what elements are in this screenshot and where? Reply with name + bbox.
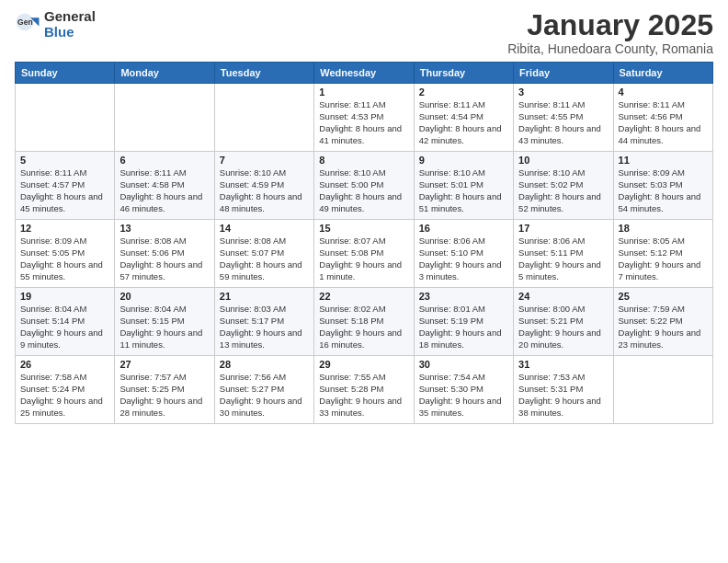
weekday-header-wednesday: Wednesday bbox=[314, 63, 414, 84]
cell-info: Sunrise: 8:03 AMSunset: 5:17 PMDaylight:… bbox=[220, 304, 309, 350]
cell-day-number: 23 bbox=[419, 291, 508, 302]
calendar-cell: 9Sunrise: 8:10 AMSunset: 5:01 PMDaylight… bbox=[414, 152, 513, 220]
cell-info: Sunrise: 8:06 AMSunset: 5:10 PMDaylight:… bbox=[419, 236, 508, 282]
cell-day-number: 7 bbox=[220, 155, 309, 166]
calendar-cell: 8Sunrise: 8:10 AMSunset: 5:00 PMDaylight… bbox=[314, 152, 414, 220]
title-month: January 2025 bbox=[507, 9, 713, 41]
cell-day-number: 11 bbox=[619, 155, 708, 166]
logo-blue: Blue bbox=[44, 25, 96, 40]
calendar-cell: 22Sunrise: 8:02 AMSunset: 5:18 PMDayligh… bbox=[314, 288, 414, 356]
cell-info: Sunrise: 8:09 AMSunset: 5:05 PMDaylight:… bbox=[20, 236, 109, 282]
calendar-table: SundayMondayTuesdayWednesdayThursdayFrid… bbox=[15, 62, 713, 424]
cell-info: Sunrise: 7:59 AMSunset: 5:22 PMDaylight:… bbox=[619, 304, 708, 350]
cell-day-number: 5 bbox=[20, 155, 109, 166]
calendar-cell: 3Sunrise: 8:11 AMSunset: 4:55 PMDaylight… bbox=[514, 84, 613, 152]
logo-general: General bbox=[44, 9, 96, 25]
cell-day-number: 27 bbox=[119, 359, 209, 370]
title-location: Ribita, Hunedoara County, Romania bbox=[507, 41, 713, 56]
weekday-header-sunday: Sunday bbox=[16, 63, 115, 84]
calendar-week-3: 12Sunrise: 8:09 AMSunset: 5:05 PMDayligh… bbox=[16, 220, 713, 288]
calendar-cell bbox=[214, 84, 313, 152]
weekday-header-friday: Friday bbox=[514, 63, 613, 84]
header: Gen General Blue January 2025 Ribita, Hu… bbox=[15, 9, 713, 56]
cell-info: Sunrise: 8:10 AMSunset: 5:01 PMDaylight:… bbox=[419, 167, 508, 214]
cell-day-number: 12 bbox=[20, 223, 109, 234]
calendar-cell: 29Sunrise: 7:55 AMSunset: 5:28 PMDayligh… bbox=[314, 356, 414, 424]
cell-day-number: 24 bbox=[518, 291, 608, 302]
calendar-cell: 25Sunrise: 7:59 AMSunset: 5:22 PMDayligh… bbox=[613, 288, 712, 356]
cell-info: Sunrise: 8:11 AMSunset: 4:54 PMDaylight:… bbox=[419, 99, 508, 146]
calendar-cell: 2Sunrise: 8:11 AMSunset: 4:54 PMDaylight… bbox=[414, 84, 513, 152]
cell-day-number: 8 bbox=[319, 155, 408, 166]
cell-info: Sunrise: 8:01 AMSunset: 5:19 PMDaylight:… bbox=[419, 304, 508, 350]
cell-info: Sunrise: 8:07 AMSunset: 5:08 PMDaylight:… bbox=[319, 236, 408, 282]
cell-day-number: 10 bbox=[518, 155, 608, 166]
cell-info: Sunrise: 7:56 AMSunset: 5:27 PMDaylight:… bbox=[220, 372, 309, 419]
cell-day-number: 21 bbox=[220, 291, 309, 302]
cell-info: Sunrise: 8:11 AMSunset: 4:56 PMDaylight:… bbox=[619, 99, 708, 146]
calendar-cell: 23Sunrise: 8:01 AMSunset: 5:19 PMDayligh… bbox=[414, 288, 513, 356]
calendar-cell: 21Sunrise: 8:03 AMSunset: 5:17 PMDayligh… bbox=[214, 288, 313, 356]
cell-day-number: 17 bbox=[518, 223, 608, 234]
weekday-header-tuesday: Tuesday bbox=[214, 63, 313, 84]
cell-info: Sunrise: 8:04 AMSunset: 5:15 PMDaylight:… bbox=[119, 304, 209, 350]
weekday-header-thursday: Thursday bbox=[414, 63, 513, 84]
cell-day-number: 6 bbox=[119, 155, 209, 166]
weekday-header-saturday: Saturday bbox=[613, 63, 712, 84]
calendar-cell: 1Sunrise: 8:11 AMSunset: 4:53 PMDaylight… bbox=[314, 84, 414, 152]
calendar-cell: 28Sunrise: 7:56 AMSunset: 5:27 PMDayligh… bbox=[214, 356, 313, 424]
cell-info: Sunrise: 8:06 AMSunset: 5:11 PMDaylight:… bbox=[518, 236, 608, 282]
cell-day-number: 28 bbox=[220, 359, 309, 370]
cell-day-number: 19 bbox=[20, 291, 109, 302]
cell-day-number: 3 bbox=[518, 86, 608, 98]
cell-info: Sunrise: 8:11 AMSunset: 4:55 PMDaylight:… bbox=[518, 99, 608, 146]
cell-info: Sunrise: 7:54 AMSunset: 5:30 PMDaylight:… bbox=[419, 372, 508, 419]
cell-info: Sunrise: 8:05 AMSunset: 5:12 PMDaylight:… bbox=[619, 236, 708, 282]
cell-info: Sunrise: 8:02 AMSunset: 5:18 PMDaylight:… bbox=[319, 304, 408, 350]
cell-info: Sunrise: 8:08 AMSunset: 5:07 PMDaylight:… bbox=[220, 236, 309, 282]
calendar-cell: 6Sunrise: 8:11 AMSunset: 4:58 PMDaylight… bbox=[115, 152, 214, 220]
cell-info: Sunrise: 8:11 AMSunset: 4:57 PMDaylight:… bbox=[20, 167, 109, 214]
cell-day-number: 2 bbox=[419, 86, 508, 98]
calendar-cell: 20Sunrise: 8:04 AMSunset: 5:15 PMDayligh… bbox=[115, 288, 214, 356]
cell-day-number: 22 bbox=[319, 291, 408, 302]
calendar-cell bbox=[16, 84, 115, 152]
cell-day-number: 25 bbox=[619, 291, 708, 302]
cell-info: Sunrise: 8:10 AMSunset: 5:00 PMDaylight:… bbox=[319, 167, 408, 214]
cell-day-number: 1 bbox=[319, 86, 408, 98]
cell-day-number: 31 bbox=[518, 359, 608, 370]
cell-info: Sunrise: 8:04 AMSunset: 5:14 PMDaylight:… bbox=[20, 304, 109, 350]
cell-day-number: 30 bbox=[419, 359, 508, 370]
cell-day-number: 9 bbox=[419, 155, 508, 166]
calendar-week-5: 26Sunrise: 7:58 AMSunset: 5:24 PMDayligh… bbox=[16, 356, 713, 424]
calendar-cell: 13Sunrise: 8:08 AMSunset: 5:06 PMDayligh… bbox=[115, 220, 214, 288]
calendar-week-2: 5Sunrise: 8:11 AMSunset: 4:57 PMDaylight… bbox=[16, 152, 713, 220]
cell-info: Sunrise: 7:55 AMSunset: 5:28 PMDaylight:… bbox=[319, 372, 408, 419]
cell-info: Sunrise: 7:57 AMSunset: 5:25 PMDaylight:… bbox=[119, 372, 209, 419]
cell-info: Sunrise: 8:11 AMSunset: 4:58 PMDaylight:… bbox=[119, 167, 209, 214]
weekday-header-row: SundayMondayTuesdayWednesdayThursdayFrid… bbox=[16, 63, 713, 84]
calendar-cell: 30Sunrise: 7:54 AMSunset: 5:30 PMDayligh… bbox=[414, 356, 513, 424]
cell-info: Sunrise: 8:08 AMSunset: 5:06 PMDaylight:… bbox=[119, 236, 209, 282]
cell-day-number: 16 bbox=[419, 223, 508, 234]
calendar-cell: 16Sunrise: 8:06 AMSunset: 5:10 PMDayligh… bbox=[414, 220, 513, 288]
cell-day-number: 26 bbox=[20, 359, 109, 370]
calendar-cell: 26Sunrise: 7:58 AMSunset: 5:24 PMDayligh… bbox=[16, 356, 115, 424]
cell-info: Sunrise: 8:11 AMSunset: 4:53 PMDaylight:… bbox=[319, 99, 408, 146]
calendar-cell: 12Sunrise: 8:09 AMSunset: 5:05 PMDayligh… bbox=[16, 220, 115, 288]
calendar-cell: 15Sunrise: 8:07 AMSunset: 5:08 PMDayligh… bbox=[314, 220, 414, 288]
svg-text:Gen: Gen bbox=[17, 17, 33, 27]
weekday-header-monday: Monday bbox=[115, 63, 214, 84]
calendar-cell: 24Sunrise: 8:00 AMSunset: 5:21 PMDayligh… bbox=[514, 288, 613, 356]
calendar-cell: 17Sunrise: 8:06 AMSunset: 5:11 PMDayligh… bbox=[514, 220, 613, 288]
cell-info: Sunrise: 8:00 AMSunset: 5:21 PMDaylight:… bbox=[518, 304, 608, 350]
logo: Gen General Blue bbox=[15, 9, 96, 40]
cell-day-number: 18 bbox=[619, 223, 708, 234]
cell-day-number: 14 bbox=[220, 223, 309, 234]
cell-info: Sunrise: 7:58 AMSunset: 5:24 PMDaylight:… bbox=[20, 372, 109, 419]
cell-day-number: 13 bbox=[119, 223, 209, 234]
cell-day-number: 15 bbox=[319, 223, 408, 234]
cell-info: Sunrise: 8:10 AMSunset: 4:59 PMDaylight:… bbox=[220, 167, 309, 214]
calendar-cell: 31Sunrise: 7:53 AMSunset: 5:31 PMDayligh… bbox=[514, 356, 613, 424]
calendar-cell: 4Sunrise: 8:11 AMSunset: 4:56 PMDaylight… bbox=[613, 84, 712, 152]
